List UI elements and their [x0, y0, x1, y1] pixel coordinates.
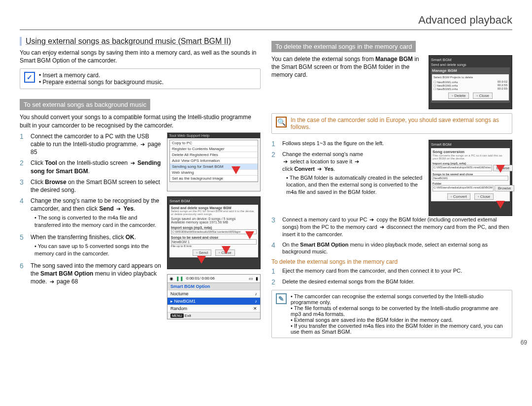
menu-item[interactable]: Random✕	[167, 305, 260, 312]
section-title: To set external songs as background musi…	[20, 99, 150, 110]
browse-button[interactable]: Browse	[495, 185, 515, 191]
page-title: Advanced playback	[418, 14, 512, 27]
section-title: To delete the external songs in the memo…	[271, 41, 416, 52]
delete-intro: You can delete the external songs from M…	[271, 55, 424, 79]
pause-icon[interactable]: ❚❚	[176, 276, 184, 281]
page-header: Advanced playback	[20, 14, 512, 30]
figure-playback-menu: ◉ ❚❚ 0:00:01/ 0:00:06 ▭ ▮ Smart BGM Opti…	[167, 274, 261, 319]
pointer-icon	[222, 246, 231, 254]
step-body: Delete the desired external songs from t…	[282, 278, 512, 286]
figure-manage-bgm: Smart BGM Send and delete songs Manage B…	[429, 55, 512, 109]
note-line: The file formats of external songs to be…	[291, 305, 508, 317]
sd-icon: ▭	[249, 276, 253, 281]
figure-song-conversion: Smart BGM Song conversion This converts …	[429, 140, 512, 216]
menu-item[interactable]: Nocturne♪	[167, 290, 260, 297]
search-icon: 🔍	[276, 117, 287, 127]
intro-text: You can enjoy external songs by saving t…	[20, 49, 261, 64]
step-body: Follows steps 1~3 as the figure on the l…	[282, 140, 424, 148]
step-body: When the transferring finishes, click OK…	[31, 233, 163, 259]
convert-button[interactable]: ◦ Convert	[447, 193, 470, 200]
page-number: 69	[521, 339, 527, 346]
pencil-icon: ✎	[276, 293, 287, 304]
menu-item-active[interactable]: ▸ NewBGM1♪	[167, 297, 260, 305]
note-box-formats: ✎ The camcorder can recognise the extern…	[271, 290, 512, 338]
section-main-title: Using external songs as background music…	[20, 37, 261, 46]
note-line: If you transfer the converted m4a files …	[291, 323, 508, 335]
section-intro: You should convert your songs to a compa…	[20, 113, 261, 129]
step-body: Change the external song's name select a…	[282, 151, 424, 197]
note-line: The camcorder can recognise the external…	[291, 293, 508, 305]
battery-icon: ▮	[256, 276, 258, 281]
sub-heading-link: To delete the external songs in the memo…	[271, 258, 512, 265]
note-line: Insert a memory card.	[39, 72, 164, 79]
step-body: Eject the memory card from the camcorder…	[282, 267, 512, 275]
figure-tool-menu: Tool Web Support Help Copy to PC Registe…	[167, 132, 261, 191]
pointer-icon	[245, 231, 254, 239]
step-number: 1	[20, 132, 27, 156]
check-icon: ✓	[24, 72, 35, 83]
step-body: Change the song's name to be recognised …	[31, 197, 163, 230]
note-line: External songs are saved into the BGM fo…	[291, 317, 508, 323]
step-body: Click Browse on the Smart BGM screen to …	[31, 178, 163, 194]
figure-smart-bgm-send: Smart BGM Send and delete songs Manage B…	[167, 196, 261, 269]
close-button[interactable]: ◦ Close	[474, 193, 494, 200]
menu-exit[interactable]: MENUExit	[167, 312, 260, 319]
pointer-icon	[496, 165, 505, 173]
step-body: Connect a memory card to your PC copy th…	[282, 216, 512, 238]
step-body: The song saved into the memory card appe…	[31, 262, 163, 286]
note-box-insert: ✓ Insert a memory card. Prepare external…	[20, 68, 261, 89]
note-line: Prepare external songs for background mu…	[39, 79, 164, 86]
stop-icon[interactable]: ◉	[169, 276, 173, 281]
pointer-icon	[197, 256, 206, 264]
arrow-icon	[139, 141, 146, 148]
step-body: On the Smart BGM Option menu in video pl…	[282, 241, 512, 256]
delete-button[interactable]: ◦ Delete	[448, 93, 469, 99]
step-body: Click Tool on the Intelli-studio screen …	[31, 159, 163, 175]
step-body: Connect the camcorder to a PC with the U…	[31, 132, 163, 156]
close-button[interactable]: ◦ Close	[473, 93, 493, 99]
menu-header: Smart BGM Option	[167, 283, 260, 290]
pointer-icon	[496, 201, 505, 209]
send-button[interactable]: ◦ Send	[193, 250, 211, 256]
pointer-icon	[232, 166, 240, 174]
note-box-europe: 🔍 In the case of the camcorder sold in E…	[271, 113, 512, 134]
